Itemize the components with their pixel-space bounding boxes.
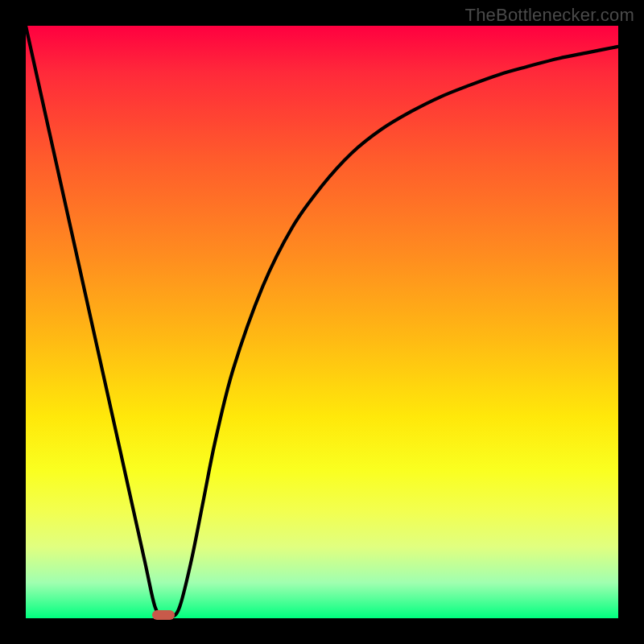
chart-svg (26, 26, 618, 618)
minimum-marker (152, 610, 175, 620)
watermark-text: TheBottlenecker.com (465, 5, 634, 26)
chart-frame (26, 26, 618, 618)
bottleneck-curve (26, 26, 618, 618)
